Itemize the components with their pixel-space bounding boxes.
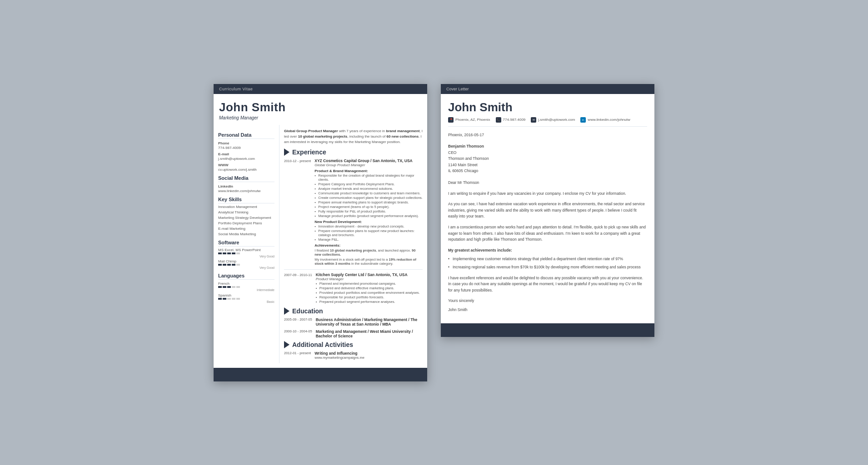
cl-greeting: Dear Mr Thomson	[448, 180, 647, 186]
cl-date: Phoenix, 2016-05-17	[448, 132, 647, 139]
cover-letter-document: Cover Letter John Smith 📍 Phoenix, AZ, P…	[441, 84, 654, 337]
cv-document: Curriculum Vitae John Smith Marketing Ma…	[214, 84, 427, 381]
experience-arrow	[284, 148, 289, 156]
exp1-npd-bullet2: Prepare communication plans to support n…	[314, 229, 423, 237]
www-value: cv.uptowork.com/j.smith	[218, 168, 274, 172]
cv-header-label: Curriculum Vitae	[214, 84, 427, 94]
cl-closing: Yours sincerely	[448, 298, 647, 304]
documents-container: Curriculum Vitae John Smith Marketing Ma…	[214, 84, 654, 381]
exp1-npd-bullet1: Innovation development - develop new pro…	[314, 224, 423, 228]
lang-spanish: Spanish Basic	[218, 293, 274, 303]
cl-para2: As you can see, I have had extensive vac…	[448, 201, 647, 220]
cl-footer	[441, 323, 654, 337]
experience-title: Experience	[292, 148, 326, 156]
linkedin-value: www.linkedin.com/johnutw	[218, 189, 274, 193]
linkedin-icon: in	[580, 117, 586, 123]
cl-recipient-name: Benjamin Thomson	[448, 143, 647, 150]
cv-footer	[214, 368, 427, 381]
act1-title: Writing and Influencing	[314, 351, 423, 356]
spanish-rating	[218, 298, 274, 300]
software-title: Software	[218, 240, 274, 247]
cl-achievement2: Increasing regional sales revenue from $…	[448, 264, 647, 271]
cv-name-section: John Smith Marketing Manager	[214, 94, 427, 125]
act1-content: Writing and Influencing www.mymarketingc…	[314, 351, 423, 360]
location-icon: 📍	[448, 117, 454, 123]
cl-recipient-title: CEO	[448, 150, 647, 156]
french-rating	[218, 286, 274, 288]
experience-item-1: 2010-12 - present XYZ Cosmetics Capital …	[284, 158, 423, 266]
cl-body: Phoenix, 2016-05-17 Benjamin Thomson CEO…	[441, 127, 654, 319]
exp1-bullet1: Responsible for the creation of global b…	[314, 173, 423, 182]
exp1-dates: 2010-12 - present	[284, 158, 311, 266]
exp1-section2-title: New Product Development:	[314, 220, 423, 224]
exp1-content: XYZ Cosmetics Capital Group / San Antoni…	[314, 158, 423, 266]
skill-social-media: Social Media Marketing	[218, 232, 274, 236]
cv-name: John Smith	[219, 100, 422, 114]
exp1-section1-title: Product & Brand Management:	[314, 169, 423, 173]
experience-section-header: Experience	[284, 148, 423, 156]
activities-title: Additional Activities	[292, 341, 353, 348]
skill-analytical: Analytical Thinking	[218, 210, 274, 214]
exp1-bullet6: Prepare annual marketing plans to suppor…	[314, 200, 423, 204]
excel-rating	[218, 252, 274, 254]
exp1-bullet8: Fully responsible for P&L of product por…	[314, 209, 423, 213]
cl-email: ✉ j.smith@uptowork.com	[531, 117, 575, 123]
phone-value: 774-987-4009	[218, 146, 274, 150]
cl-achievements-title: My greatest achievements include:	[448, 247, 647, 254]
cl-name: John Smith	[448, 100, 647, 114]
cv-main-content: Global Group Product Manager with 7 year…	[279, 125, 427, 363]
skill-innovation: Innovation Management	[218, 205, 274, 209]
exp1-bullet5: Create communication support plans for s…	[314, 196, 423, 200]
exp1-achievement1: I finalized 10 global marketing projects…	[314, 248, 423, 257]
edu1-dates: 2005-09 - 2007-05	[284, 317, 312, 326]
cl-linkedin: in www.linkedin.com/johnutw	[580, 117, 630, 123]
exp1-achievements-title: Achievements:	[314, 243, 423, 247]
activities-section-header: Additional Activities	[284, 341, 423, 348]
education-title: Education	[292, 307, 323, 315]
software-excel: MS Excel, MS PowerPoint Very Good	[218, 248, 274, 258]
cl-para1: I am writing to enquire if you have any …	[448, 191, 647, 197]
linkedin-label: LinkedIn	[218, 184, 274, 188]
exp2-bullet1: Planned and implemented promotional camp…	[316, 282, 423, 286]
exp2-role: Product Manager	[316, 277, 423, 281]
activities-arrow	[284, 341, 289, 348]
exp1-npd-bullet3: Manage P&L.	[314, 237, 423, 242]
cl-name-section: John Smith 📍 Phoenix, AZ, Phoenix 📞 774-…	[441, 94, 654, 126]
cl-location: 📍 Phoenix, AZ, Phoenix	[448, 117, 490, 123]
edu1-content: Business Administration / Marketing Mana…	[316, 317, 423, 326]
software-mailchimp: Mail Chimp Very Good	[218, 259, 274, 269]
exp2-dates: 2007-09 - 2010-11	[284, 272, 312, 304]
cl-signature: John Smith	[448, 307, 647, 313]
lang-french: French Intermediate	[218, 282, 274, 292]
exp1-role: Global Group Product Manager	[314, 163, 423, 167]
exp2-bullet4: Responsible for product portfolio foreca…	[316, 295, 423, 299]
phone-label: Phone	[218, 141, 274, 145]
exp1-bullet4: Communicate product knowledge to custome…	[314, 191, 423, 195]
cv-sidebar: Personal Data Phone 774-987-4009 E-mail …	[214, 125, 279, 363]
cv-intro: Global Group Product Manager with 7 year…	[284, 129, 423, 145]
email-value: j.smith@uptowork.com	[218, 157, 274, 161]
skill-marketing-strategy: Marketing Strategy Development	[218, 216, 274, 220]
edu1-degree: Business Administration / Marketing Mana…	[316, 317, 423, 326]
languages-title: Languages	[218, 273, 274, 280]
exp2-bullet5: Prepared product segment performance ana…	[316, 300, 423, 304]
edu-item-2: 2000-10 - 2004-05 Marketing and Manageme…	[284, 329, 423, 338]
cv-body: Personal Data Phone 774-987-4009 E-mail …	[214, 125, 427, 363]
exp1-bullet2: Prepare Category and Portfolio Deploymen…	[314, 182, 423, 186]
edu2-dates: 2000-10 - 2004-05	[284, 329, 312, 338]
act1-dates: 2012-01 - present	[284, 351, 311, 360]
personal-data-title: Personal Data	[218, 132, 274, 139]
education-arrow	[284, 307, 289, 315]
mailchimp-rating	[218, 264, 274, 266]
email-label: E-mail	[218, 152, 274, 156]
cl-achievement1: Implementing new customer relations stra…	[448, 256, 647, 262]
cl-para3: I am a conscientious person who works ha…	[448, 224, 647, 243]
experience-item-2: 2007-09 - 2010-11 Kitchen Supply Center …	[284, 272, 423, 304]
exp2-content: Kitchen Supply Center Ltd / San Antonio,…	[316, 272, 423, 304]
edu2-content: Marketing and Management / West Miami Un…	[316, 329, 423, 338]
exp1-bullet9: Manage product portfolio (product segmen…	[314, 214, 423, 218]
education-section-header: Education	[284, 307, 423, 315]
edu2-degree: Marketing and Management / West Miami Un…	[316, 329, 423, 338]
phone-icon: 📞	[496, 117, 501, 123]
social-media-title: Social Media	[218, 175, 274, 182]
